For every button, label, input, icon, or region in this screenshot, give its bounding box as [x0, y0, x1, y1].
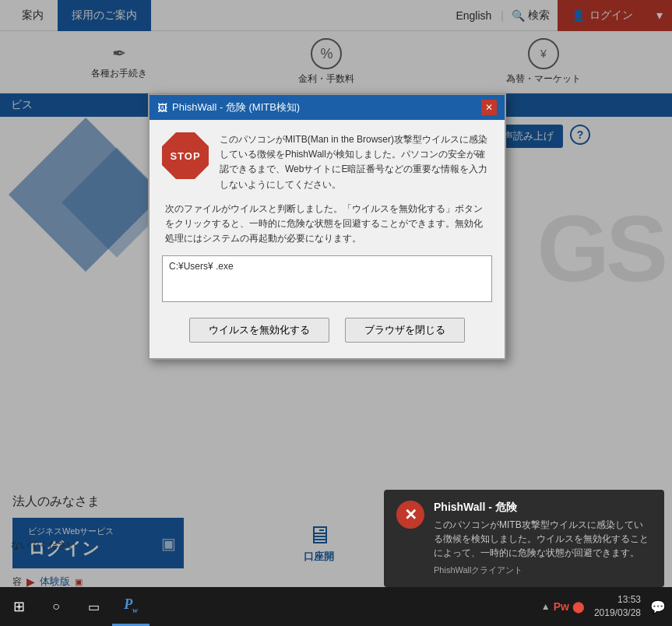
- task-view-btn[interactable]: ▭: [75, 587, 112, 626]
- sys-tray-arrow[interactable]: ▲: [541, 601, 551, 612]
- notif-source: PhishWallクライアント: [434, 564, 652, 576]
- dialog-buttons: ウイルスを無効化する ブラウザを閉じる: [162, 311, 492, 346]
- taskbar-pw-icon: Pw: [554, 600, 569, 613]
- notif-error-icon: ✕: [396, 501, 424, 529]
- dialog-top-row: STOP このパソコンがMITB(Man in the Browser)攻撃型ウ…: [162, 132, 492, 192]
- dialog-sub-text: 次のファイルがウイルスと判断しました。「ウイルスを無効化する」ボタンをクリックす…: [162, 202, 492, 247]
- disable-virus-btn[interactable]: ウイルスを無効化する: [189, 318, 329, 343]
- phishwall-taskbar-btn[interactable]: Pw: [112, 587, 150, 626]
- taskbar-notification[interactable]: ✕ PhishWall - 危険 このパソコンがMITB攻撃型ウイルスに感染して…: [384, 490, 664, 587]
- taskbar-right: ▲ Pw ⬤ 13:53 2019/03/28 💬: [541, 593, 672, 620]
- stop-octagon: STOP: [162, 132, 209, 179]
- taskbar-alert-icon: ⬤: [572, 600, 585, 613]
- dialog-title-bar: 🖼 PhishWall - 危険 (MITB検知) ✕: [150, 95, 505, 120]
- notif-content: PhishWall - 危険 このパソコンがMITB攻撃型ウイルスに感染している…: [434, 501, 652, 576]
- dialog-title-area: 🖼 PhishWall - 危険 (MITB検知): [157, 100, 300, 114]
- taskbar-sys-icons: Pw ⬤: [554, 600, 585, 613]
- dialog-logo-icon: 🖼: [157, 102, 167, 114]
- x-icon: ✕: [404, 505, 417, 524]
- dialog-body: STOP このパソコンがMITB(Man in the Browser)攻撃型ウ…: [150, 120, 505, 358]
- dialog-title-text: PhishWall - 危険 (MITB検知): [172, 100, 300, 114]
- taskbar-chat-btn[interactable]: 💬: [650, 600, 666, 614]
- dialog-main-text: このパソコンがMITB(Man in the Browser)攻撃型ウイルスに感…: [220, 132, 492, 192]
- task-view-icon: ▭: [88, 600, 100, 614]
- search-circle-icon: ○: [52, 600, 60, 614]
- taskbar-time: 13:53: [594, 593, 641, 607]
- taskbar-search-btn[interactable]: ○: [37, 587, 75, 626]
- start-button[interactable]: ⊞: [0, 587, 37, 626]
- dialog-close-btn[interactable]: ✕: [481, 100, 497, 115]
- close-browser-btn[interactable]: ブラウザを閉じる: [345, 318, 465, 343]
- phishwall-dialog: 🖼 PhishWall - 危険 (MITB検知) ✕ STOP このパソコンが…: [148, 93, 506, 360]
- taskbar-date: 2019/03/28: [594, 607, 641, 620]
- taskbar-clock: 13:53 2019/03/28: [588, 593, 647, 620]
- notif-body: このパソコンがMITB攻撃型ウイルスに感染している徴候を検知しました。ウイルスを…: [434, 518, 652, 560]
- pw-icon: Pw: [124, 596, 138, 614]
- stop-text: STOP: [170, 150, 200, 162]
- windows-icon: ⊞: [13, 598, 25, 615]
- stop-sign: STOP: [162, 132, 209, 179]
- notif-title: PhishWall - 危険: [434, 501, 652, 515]
- dialog-file-box: C:¥Users¥ .exe: [162, 255, 492, 302]
- taskbar: ⊞ ○ ▭ Pw ▲ Pw ⬤ 13:53 2019/03/28 💬: [0, 587, 672, 626]
